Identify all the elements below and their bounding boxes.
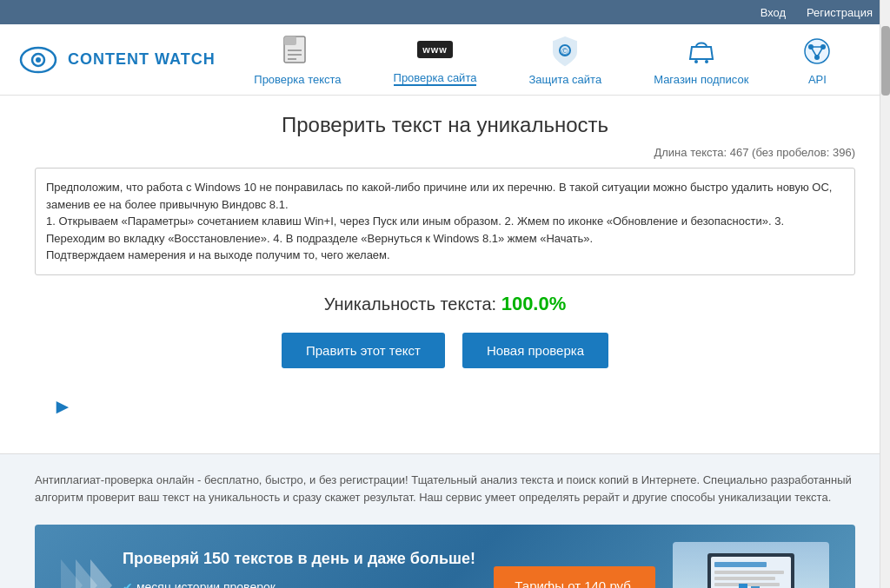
laptop-svg: [681, 545, 820, 588]
logo-text: CONTENT WATCH: [68, 50, 216, 69]
nav-item-check-text[interactable]: Проверка текста: [254, 35, 341, 86]
text-length-label: Длина текста:: [654, 146, 727, 159]
promo-cta-button[interactable]: Тарифы от 140 руб.: [494, 566, 655, 588]
svg-rect-22: [714, 571, 784, 574]
doc-icon: [281, 35, 314, 68]
promo-feature-1: месяц истории проверок: [123, 577, 476, 588]
nav-item-shop[interactable]: Магазин подписок: [654, 35, 748, 86]
promo-banner: Проверяй 150 текстов в день и даже больш…: [35, 525, 855, 588]
scrollbar-thumb[interactable]: [881, 26, 890, 96]
new-check-button[interactable]: Новая проверка: [462, 333, 608, 368]
nav-label-check-site: Проверка сайта: [394, 71, 477, 86]
text-content: Предположим, что работа с Windows 10 не …: [46, 181, 832, 261]
www-icon: www: [418, 33, 451, 66]
scrollbar[interactable]: [880, 0, 890, 588]
text-length-info: Длина текста: 467 (без пробелов: 396): [35, 146, 855, 159]
api-icon: [800, 35, 834, 68]
nav-item-check-site[interactable]: www Проверка сайта: [394, 33, 477, 86]
info-section: Антиплагиат-проверка онлайн - бесплатно,…: [0, 453, 890, 589]
uniqueness-label: Уникальность текста:: [324, 294, 496, 314]
svg-rect-4: [284, 36, 296, 45]
promo-features: месяц истории проверок без рекламы: [123, 577, 476, 588]
logo[interactable]: CONTENT WATCH: [17, 39, 216, 81]
text-display-area: Предположим, что работа с Windows 10 не …: [35, 168, 855, 275]
header: CONTENT WATCH Проверка текста www Провер…: [0, 24, 890, 96]
login-link[interactable]: Вход: [760, 6, 786, 19]
nav-item-api[interactable]: API: [800, 35, 834, 86]
promo-title: Проверяй 150 текстов в день и даже больш…: [123, 550, 476, 568]
text-length-value: 467: [730, 146, 749, 159]
nav-label-api: API: [808, 73, 827, 86]
svg-rect-21: [714, 562, 767, 567]
svg-rect-27: [739, 584, 747, 588]
svg-text:©: ©: [562, 47, 569, 56]
promo-content: Проверяй 150 текстов в день и даже больш…: [123, 550, 476, 588]
promo-laptop-image: [673, 542, 829, 588]
cursor-arrow-indicator: ►: [52, 394, 855, 419]
svg-rect-23: [714, 577, 775, 580]
main-content: Проверить текст на уникальность Длина те…: [0, 96, 890, 453]
edit-text-button[interactable]: Править этот текст: [282, 333, 445, 368]
nav-label-protect-site: Защита сайта: [528, 73, 601, 86]
nav-item-protect-site[interactable]: © Защита сайта: [528, 35, 601, 86]
uniqueness-display: Уникальность текста: 100.0%: [35, 293, 855, 315]
text-length-nobr-label: (без пробелов:: [752, 146, 829, 159]
svg-point-10: [694, 60, 698, 63]
svg-point-2: [36, 57, 41, 63]
nav-label-shop: Магазин подписок: [654, 73, 748, 86]
auth-bar: Вход Регистрация: [0, 0, 890, 24]
logo-eye-icon: [17, 39, 59, 81]
register-link[interactable]: Регистрация: [807, 6, 873, 19]
action-buttons: Править этот текст Новая проверка: [35, 333, 855, 368]
svg-point-11: [705, 60, 708, 63]
shield-icon: ©: [548, 35, 581, 68]
page-title: Проверить текст на уникальность: [35, 113, 855, 137]
info-text: Антиплагиат-проверка онлайн - бесплатно,…: [35, 472, 855, 508]
nav-label-check-text: Проверка текста: [254, 73, 341, 86]
promo-arrows: [61, 559, 105, 588]
promo-arrow-3: [90, 559, 112, 588]
text-length-nobr-value: 396): [833, 146, 855, 159]
main-nav: Проверка текста www Проверка сайта © Защ…: [216, 33, 873, 86]
uniqueness-value: 100.0%: [501, 293, 567, 314]
basket-icon: [685, 35, 718, 68]
